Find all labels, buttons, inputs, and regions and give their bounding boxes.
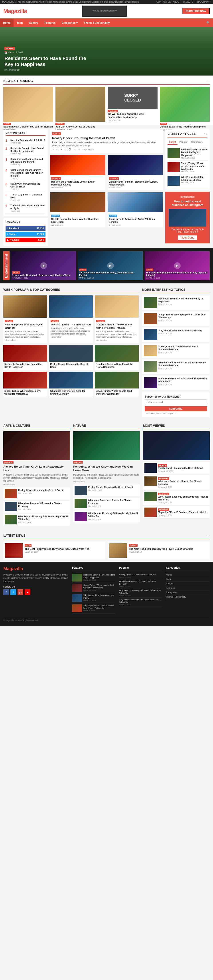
most-viewed-1[interactable]: WORLD Reality Check: Counting the Cost o… bbox=[143, 462, 210, 474]
nature-sub-2[interactable]: What does Power of US mean for China's E… bbox=[73, 498, 140, 510]
more-topic-5[interactable]: Island of Sant Antonio. The Mountains wi… bbox=[142, 360, 210, 374]
tab-latest[interactable]: Latest bbox=[167, 140, 178, 145]
footer-featured-2[interactable]: Sinop, Turkey. Where people don't work a… bbox=[72, 583, 116, 593]
news-card-4-title: Danish Salad is the Food of Champions bbox=[160, 125, 210, 128]
featured-article[interactable]: WORLD Reality Check: Counting the Cost o… bbox=[50, 129, 163, 153]
ent-card-3-date: MARCH 5, 2019 bbox=[146, 277, 208, 279]
footer-featured-1[interactable]: Residents Seem to Have Found the Key to … bbox=[72, 573, 116, 583]
widgets-link[interactable]: WIDGETS bbox=[183, 1, 193, 3]
small-article-4[interactable]: WORLD China Says its Activities in Arcti… bbox=[107, 192, 163, 228]
week-small-6[interactable]: Sinop, Turkey. Where people don't work a… bbox=[95, 372, 139, 396]
news-trending-nav[interactable]: ‹ › bbox=[206, 79, 210, 83]
most-viewed-3[interactable]: ECONOMY Why Japan's Economy Still Needs … bbox=[143, 491, 210, 505]
footer-featured-3[interactable]: Why People think that Animals are Funny … bbox=[72, 593, 116, 603]
small-article-3[interactable]: WORLD US Hits Record for Costly Weather … bbox=[50, 192, 106, 228]
footer-cat-culture[interactable]: Culture bbox=[166, 582, 210, 586]
news-card-4[interactable]: FOOD Danish Salad is the Food of Champio… bbox=[160, 87, 210, 122]
most-viewed-4[interactable]: ECONOMY Magazilla Offers 15 Business Tre… bbox=[143, 506, 210, 519]
entertainment-grid: ▶ MUSIC Listen to the Best Music From Ne… bbox=[11, 251, 210, 280]
footer-googleplus-btn[interactable]: g+ bbox=[17, 589, 23, 595]
ent-card-2[interactable]: ▶ MUSIC You Made Your Boyfriend a Cheesy… bbox=[78, 251, 143, 280]
nav-item-culture[interactable]: Culture bbox=[26, 19, 41, 27]
latest-item-1[interactable]: Residents Seem to Have Found the Key to … bbox=[167, 147, 207, 161]
nav-item-categories[interactable]: Categories ▾ bbox=[59, 19, 81, 27]
nature-sub-3[interactable]: Why Japan's Economy Still Needs help Aft… bbox=[73, 511, 140, 523]
twitter-follow-btn[interactable]: t Twitter 11,563 bbox=[6, 232, 46, 237]
small-article-1[interactable]: SCIENCE Bali Volcano's Alert Status Lowe… bbox=[50, 155, 106, 190]
footer-cat-features[interactable]: Features bbox=[166, 586, 210, 590]
week-small-2[interactable]: Reality Check: Counting the Cost of Brex… bbox=[49, 345, 93, 370]
news-card-2[interactable]: TRAVEL You Can Know Secrets of Cooking C… bbox=[55, 87, 106, 122]
latest-item-2[interactable]: Sinop, Turkey. Where people don't work a… bbox=[167, 161, 207, 174]
nature-sub-1[interactable]: Reality Check: Counting the Cost of Brex… bbox=[73, 484, 140, 497]
purchase-button[interactable]: PURCHASE NOW bbox=[182, 8, 210, 14]
popular-item-1[interactable]: 1 Meet the Top Models of Fall 2018 2 hou… bbox=[6, 137, 46, 145]
arts-sub-3[interactable]: Why Japan's Economy Still Needs help Aft… bbox=[3, 514, 70, 526]
footer-twitter-btn[interactable]: t bbox=[10, 589, 16, 595]
latest-news-card-2[interactable]: TRAVEL The Next Food you can Buy for a F… bbox=[107, 541, 210, 560]
ent-card-3[interactable]: ▶ MUSIC You Made Your Boyfriend the Best… bbox=[145, 251, 210, 280]
latest-item-3[interactable]: Why People think that Animals are Funny … bbox=[167, 174, 207, 187]
latest-news-nav[interactable]: ‹ › bbox=[206, 533, 210, 538]
footer-cat-home[interactable]: Home bbox=[166, 573, 210, 577]
tab-comments[interactable]: Comments bbox=[189, 140, 205, 145]
popular-item-5[interactable]: 5 Reality Check: Counting the Cost of Br… bbox=[6, 181, 46, 192]
week-small-4[interactable]: Sinop, Turkey. Where people don't work a… bbox=[3, 372, 47, 396]
footer-popular-2[interactable]: What does Power of US mean for China's E… bbox=[119, 579, 163, 589]
footer-featured-4[interactable]: Why Japan's Economy Still Needs help Aft… bbox=[72, 603, 116, 614]
week-card-3[interactable]: TRAVEL Yukon, Canada. The Mountains with… bbox=[95, 296, 139, 342]
facebook-follow-btn[interactable]: f Facebook 25,614 bbox=[6, 226, 46, 231]
most-viewed-2[interactable]: ECONOMY What does Power of US mean for C… bbox=[143, 475, 210, 490]
youtube-follow-btn[interactable]: ▶ Youtube 5,264 bbox=[6, 238, 46, 242]
news-card-3[interactable]: SORRYCLOSED FASHION We Will Tell You Abo… bbox=[107, 87, 158, 122]
ent-card-2-tag: MUSIC bbox=[79, 269, 87, 271]
popular-item-4[interactable]: 4 Celebrating Leonard Nimoy's Photograph… bbox=[6, 167, 46, 181]
tab-popular[interactable]: Popular bbox=[178, 140, 189, 145]
arts-sub-2[interactable]: What does Power of US mean for China's E… bbox=[3, 501, 70, 513]
nav-item-tech[interactable]: Tech bbox=[14, 19, 26, 27]
nav-item-theme[interactable]: Theme Functionality bbox=[81, 19, 113, 27]
latest-news-card-1[interactable]: FOOD The Best Food you can Buy for a Fiv… bbox=[3, 541, 106, 560]
nav-item-home[interactable]: Home bbox=[0, 19, 14, 27]
latest-nav[interactable]: ‹ › bbox=[204, 132, 207, 136]
nav-search-icon[interactable]: 🔍 bbox=[203, 19, 213, 27]
footer-facebook-btn[interactable]: f bbox=[3, 589, 9, 595]
subscribe-email-input[interactable] bbox=[145, 399, 207, 405]
typography-link[interactable]: TYPOGRAPHY bbox=[196, 1, 211, 3]
footer-popular-1[interactable]: Reality Check: Counting the Cost of Brex… bbox=[119, 573, 163, 579]
footer-cat-tech[interactable]: Tech bbox=[166, 577, 210, 582]
footer-cat-theme[interactable]: Theme Functionality bbox=[166, 595, 210, 599]
popular-item-7[interactable]: 7 The World Security Council vote on Syr… bbox=[6, 203, 46, 214]
more-topic-3[interactable]: Why People think that Animals are Funny … bbox=[142, 328, 210, 342]
small-article-2[interactable]: SCIENCE Eighth Planet Found in Faraway S… bbox=[107, 155, 163, 190]
ent-card-1[interactable]: ▶ MUSIC Listen to the Best Music From Ne… bbox=[11, 251, 76, 280]
week-small-1[interactable]: Residents Seem to Have Found the Key to … bbox=[3, 345, 47, 370]
popular-item-3[interactable]: 3 Scandinavian Cuisine. You will not Rem… bbox=[6, 156, 46, 167]
week-card-1[interactable]: TRAVEL How to Improve your Motorcycle Wa… bbox=[3, 296, 47, 342]
contact-link[interactable]: CONTACT US bbox=[156, 1, 170, 3]
subscribe-button[interactable]: SUBSCRIBE bbox=[145, 406, 207, 411]
ad-banner-read-more[interactable]: READ MORE bbox=[178, 235, 197, 240]
more-topic-4[interactable]: Yukon, Canada. The Mountains with a Pric… bbox=[142, 344, 210, 358]
more-topic-2[interactable]: Sinop, Turkey. Where people don't work a… bbox=[142, 312, 210, 326]
nature-main-tag: NATURE bbox=[73, 461, 83, 464]
news-card-1[interactable]: FOOD Scandinavian Cuisine. You will not … bbox=[3, 87, 53, 122]
footer-cat-categories[interactable]: Categories bbox=[166, 590, 210, 595]
popular-item-6[interactable]: 6 The Grizzly Bear - A Canadian Icon 2 d… bbox=[6, 192, 46, 203]
week-small-5[interactable]: What does Power of US mean for China's E… bbox=[49, 372, 93, 396]
footer-popular-4[interactable]: Why Japan's Economy Still Needs help Aft… bbox=[119, 598, 163, 607]
hero-content: TRAVEL 📅 March 14, 2019 Residents Seem t… bbox=[5, 46, 93, 71]
nav-item-features[interactable]: Features bbox=[41, 19, 58, 27]
more-topic-6[interactable]: Francisca Harderton. A Strange Life at t… bbox=[142, 375, 210, 390]
week-small-3[interactable]: Residents Seem to Have Found the Key to … bbox=[95, 345, 139, 370]
site-logo[interactable]: Magazilla bbox=[3, 8, 27, 15]
more-topic-1[interactable]: Residents Seem to Have Found the Key to … bbox=[142, 296, 210, 310]
about-link[interactable]: ABOUT bbox=[173, 1, 180, 3]
week-card-2[interactable]: WORLD The Grizzly Bear - A Canadian Icon… bbox=[49, 296, 93, 342]
footer-popular-3[interactable]: Why Japan's Economy Still Needs help Aft… bbox=[119, 589, 163, 598]
footer-categories-col: Categories Home Tech Culture Features Ca… bbox=[166, 566, 210, 614]
footer-youtube-btn[interactable]: ▶ bbox=[25, 589, 30, 595]
popular-item-2[interactable]: 2 Residents Seem to Have Found the Key t… bbox=[6, 145, 46, 156]
arts-sub-1[interactable]: Reality Check: Counting the Cost of Brex… bbox=[3, 488, 70, 500]
play-icon-1[interactable]: ▶ bbox=[40, 262, 47, 269]
